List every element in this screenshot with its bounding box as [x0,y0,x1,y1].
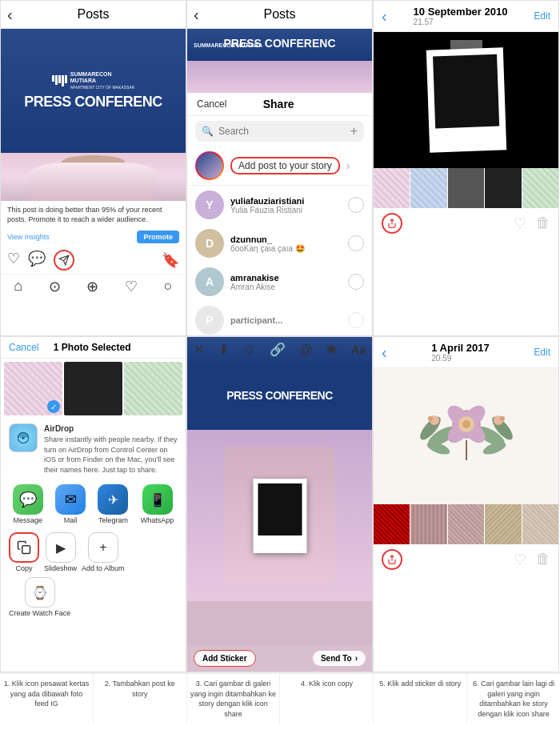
search-input[interactable] [218,126,346,137]
user-check-0[interactable] [348,197,364,213]
photo-item-2[interactable] [64,362,122,415]
send-to-button[interactable]: Send To › [313,651,366,666]
back-icon-panel2[interactable]: ‹ [194,6,199,24]
thumbnail-5[interactable] [522,168,558,208]
link-icon-story[interactable]: 🔗 [270,342,286,357]
cancel-button-panel4[interactable]: Cancel [9,342,38,353]
album-item[interactable]: + Add to Album [82,532,125,572]
telegram-label: Telegram [98,516,128,524]
add-icon-search[interactable]: + [350,124,358,138]
thumbnail-3[interactable] [448,168,484,208]
panel2-title: Posts [263,7,295,22]
profile-icon[interactable]: ○ [164,278,173,295]
back-icon-panel1[interactable]: ‹ [7,6,13,24]
copy-icon[interactable] [9,532,39,563]
like-nav-icon[interactable]: ♡ [125,278,138,295]
panel3-header: ‹ 10 September 2010 21.57 Edit [374,1,558,32]
comment-icon[interactable]: 💬 [28,250,46,271]
story-conf-text: PRESS CONFERENC [226,389,333,402]
search-nav-icon[interactable]: ⊙ [49,278,61,295]
app-telegram[interactable]: ✈ Telegram [98,484,128,524]
photo-item-1[interactable] [4,362,62,415]
add-sticker-button[interactable]: Add Sticker [194,650,256,667]
promote-button[interactable]: Promote [137,231,179,243]
panel-gallery-2: ‹ 1 April 2017 20.59 Edit [373,336,559,672]
panel2-persons [187,61,372,93]
search-row[interactable]: 🔍 + [195,121,364,142]
edit-button-panel3[interactable]: Edit [534,10,550,22]
panel6-thumb-5[interactable] [522,504,558,544]
app-mail[interactable]: ✉ Mail [55,484,86,524]
album-icon[interactable]: + [88,532,118,563]
photo-item-3[interactable] [124,362,182,415]
cancel-button-panel2[interactable]: Cancel [197,98,226,110]
emoji-icon-story[interactable]: ☺ [242,343,255,357]
panel-instagram-post: ‹ Posts SUMMARECONMUTIARAAPARTMENT CITY … [0,0,186,336]
bookmark-icon[interactable]: 🔖 [162,251,179,269]
trash-icon-panel6[interactable]: 🗑 [536,551,550,568]
share-circle-icon[interactable] [382,213,402,234]
panel6-action-row: ♡ 🗑 [374,544,558,575]
slideshow-item[interactable]: ▶ Slideshow [44,532,77,572]
back-icon-panel6[interactable]: ‹ [382,343,387,362]
watchface-item[interactable]: ⌚ Create Watch Face [9,577,70,617]
copy-label: Copy [15,564,32,572]
edit-button-panel6[interactable]: Edit [534,347,550,358]
view-insights-link[interactable]: View Insights [7,233,50,241]
logo-bars [52,75,67,86]
share-circle-icon-panel6[interactable] [382,549,402,570]
user-name-0: yuliafauziaristiani [230,196,342,206]
share-bar: Cancel Share [187,93,372,116]
whatsapp-app-icon[interactable]: 📱 [142,484,173,515]
add-story-row[interactable]: Add post to your story › [187,146,372,186]
panel1-header: ‹ Posts [1,1,186,29]
download-icon-story[interactable]: ⬇ [218,342,229,357]
heart-icon-panel3[interactable]: ♡ [514,215,526,232]
user-check-1[interactable] [348,235,364,251]
story-avatar [195,151,224,180]
heart-icon-panel6[interactable]: ♡ [514,551,526,568]
home-icon[interactable]: ⌂ [14,278,22,295]
app-whatsapp[interactable]: 📱 WhatsApp [141,484,174,524]
gif-icon-story[interactable]: ✺ [326,342,337,357]
whatsapp-label: WhatsApp [141,516,174,524]
message-app-icon[interactable]: 💬 [13,484,43,515]
user-info-0: yuliafauziaristiani Yulia Fauzia Ristian… [230,196,342,215]
mention-icon-story[interactable]: @ [300,343,313,357]
telegram-app-icon[interactable]: ✈ [98,484,128,515]
add-icon[interactable]: ⊕ [86,278,98,295]
panel2-conf-text: PRESS CONFERENC [187,37,372,50]
close-icon-story[interactable]: ✕ [194,342,204,357]
back-icon-panel3[interactable]: ‹ [382,7,387,26]
user-sub-1: бооKaη çaıa çaıa 🤩 [230,244,342,253]
thumbnail-1[interactable] [374,168,410,208]
slideshow-icon[interactable]: ▶ [46,532,76,563]
user-check-2[interactable] [348,274,364,290]
user-name-2: amranakise [230,273,342,283]
thumbnail-4[interactable] [485,168,521,208]
share-icon[interactable] [54,250,74,271]
caption-2: 2. Tambahkan post ke story [94,673,187,724]
panel-story-editor: ✕ ⬇ ☺ 🔗 @ ✺ Aa PRESS CONFERENC Add Stick… [186,336,373,672]
mail-app-icon[interactable]: ✉ [55,484,86,515]
watchface-icon[interactable]: ⌚ [25,577,55,608]
panel-share-modal: ‹ Posts SUMMARECON MUTIARA PRESS CONFERE… [186,0,373,336]
app-message[interactable]: 💬 Message [13,484,43,524]
airdrop-icon [9,423,38,452]
thumbnail-2[interactable] [410,168,446,208]
user-info-2: amranakise Amran Akise [230,273,342,291]
user-sub-2: Amran Akise [230,283,342,291]
logo-bar [52,75,54,82]
heart-icon[interactable]: ♡ [7,250,20,271]
copy-item[interactable]: Copy [9,532,39,572]
user-info-3: participant... [230,315,342,325]
trash-icon-panel3[interactable]: 🗑 [536,215,550,232]
text-aa-icon[interactable]: Aa [351,343,366,356]
panel6-thumb-1[interactable] [374,504,410,544]
action-left: ♡ 💬 [7,250,74,271]
send-to-arrow: › [355,654,358,663]
user-check-3[interactable] [348,312,364,328]
panel6-thumb-4[interactable] [485,504,521,544]
panel6-thumb-3[interactable] [448,504,484,544]
panel6-thumb-2[interactable] [410,504,446,544]
